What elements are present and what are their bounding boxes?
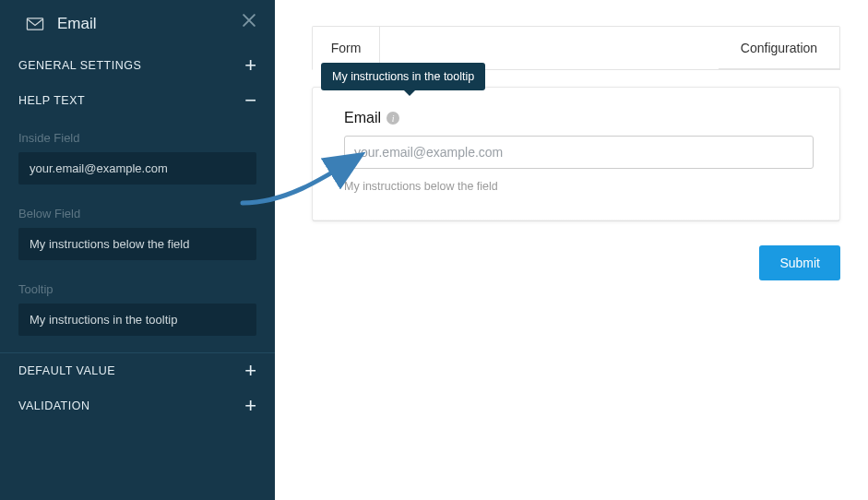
input-below-field[interactable]: [18, 228, 256, 260]
sidebar-header: Email: [0, 0, 275, 48]
input-tooltip[interactable]: [18, 304, 256, 336]
sidebar-title: Email: [57, 15, 97, 33]
below-field-text: My instructions below the field: [344, 180, 814, 193]
plus-icon: +: [244, 364, 256, 377]
submit-button[interactable]: Submit: [759, 245, 840, 280]
form-card: Email i My instructions below the field: [312, 87, 840, 221]
close-icon[interactable]: [240, 11, 258, 35]
input-inside-field[interactable]: [18, 152, 256, 185]
label-tooltip: Tooltip: [0, 269, 275, 304]
section-help-text[interactable]: HELP TEXT −: [0, 83, 275, 118]
email-input[interactable]: [344, 136, 814, 169]
label-inside-field: Inside Field: [0, 118, 275, 152]
sidebar: Email GENERAL SETTINGS + HELP TEXT − Ins…: [0, 0, 275, 500]
tab-form-label: Form: [331, 41, 362, 55]
email-icon: [26, 18, 44, 30]
section-validation[interactable]: VALIDATION +: [0, 388, 275, 423]
label-below-field: Below Field: [0, 194, 275, 228]
svg-rect-0: [27, 18, 42, 30]
section-general-settings[interactable]: GENERAL SETTINGS +: [0, 48, 275, 83]
plus-icon: +: [244, 399, 256, 412]
tooltip-bubble: My instructions in the tooltip: [321, 63, 485, 90]
field-label-row: Email i: [344, 110, 814, 126]
section-title-help-text: HELP TEXT: [18, 94, 85, 107]
tab-config-label: Configuration: [741, 41, 817, 55]
plus-icon: +: [244, 59, 256, 72]
tooltip-text: My instructions in the tooltip: [332, 70, 474, 83]
section-title-validation: VALIDATION: [18, 399, 89, 412]
section-default-value[interactable]: DEFAULT VALUE +: [0, 353, 275, 388]
section-title-default-value: DEFAULT VALUE: [18, 364, 115, 377]
minus-icon: −: [244, 94, 256, 107]
info-icon[interactable]: i: [386, 112, 399, 125]
section-title-general: GENERAL SETTINGS: [18, 59, 141, 72]
main-panel: Form Configuration My instructions in th…: [275, 0, 868, 500]
submit-label: Submit: [779, 256, 820, 270]
submit-row: Submit: [312, 245, 840, 280]
tab-configuration[interactable]: Configuration: [719, 26, 840, 69]
field-label: Email: [344, 110, 381, 126]
